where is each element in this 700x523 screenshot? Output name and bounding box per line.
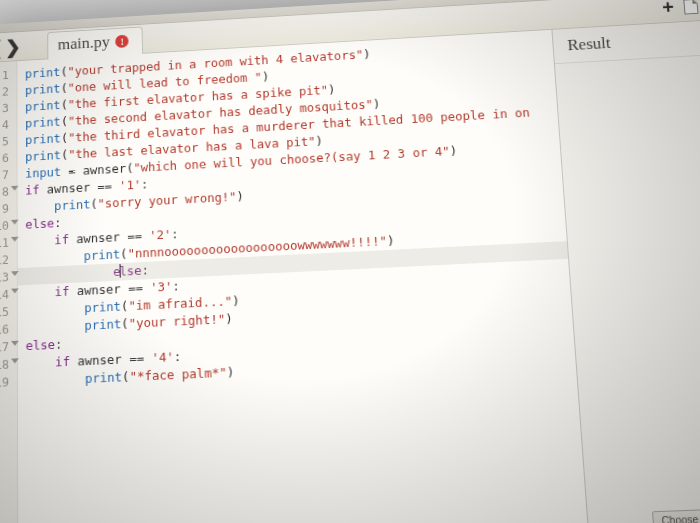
line-number: 15 [0,303,17,322]
tab-filename: main.py [58,33,110,54]
editor-pane: 12345678910111213141516171819 print("you… [0,30,590,523]
line-gutter: 12345678910111213141516171819 [0,61,18,523]
new-file-icon[interactable] [683,0,698,14]
line-number: 17 [0,338,17,357]
text-caret [119,264,120,278]
workspace: ❮ ❯ main.py ! + 123456789101112131415161… [0,0,700,523]
code-editor[interactable]: print("your trapped in a room with 4 ela… [17,30,588,523]
line-number: 18 [0,355,17,375]
ide-window: ❮ ❯ main.py ! + 123456789101112131415161… [0,0,700,523]
tab-error-icon: ! [115,35,128,49]
new-tab-button[interactable]: + [661,0,675,19]
line-number: 19 [0,373,17,393]
nav-forward-icon[interactable]: ❯ [5,35,21,58]
line-number: 16 [0,320,17,339]
main-split: 12345678910111213141516171819 print("you… [0,20,700,523]
nav-back-icon[interactable]: ❮ [0,36,3,59]
tab-actions: + [655,0,700,19]
